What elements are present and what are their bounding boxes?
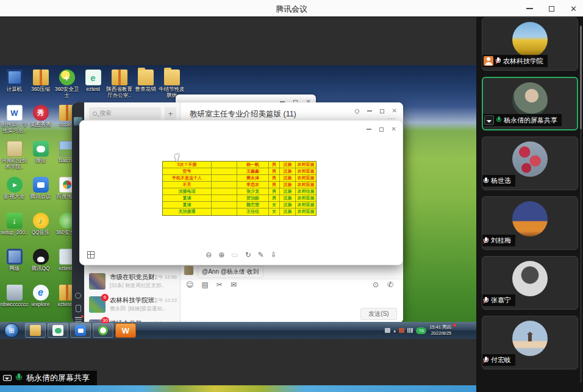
edit-icon[interactable]: ✎ bbox=[258, 250, 264, 260]
ethnicity-cell: 汉族 bbox=[280, 162, 296, 168]
actual-size-icon[interactable]: ▭ bbox=[231, 250, 238, 260]
desktop-icon-label: nbwccccccc bbox=[1, 302, 29, 308]
desktop-icon[interactable]: 美图秀秀 bbox=[27, 104, 54, 140]
ethnicity-cell: 汉族 bbox=[280, 208, 296, 215]
desktop-icon[interactable]: 附件10：学生实习名.. bbox=[1, 104, 27, 140]
rotate-icon[interactable]: ↻ bbox=[245, 250, 251, 260]
sidebar-scrollbar[interactable] bbox=[580, 26, 582, 383]
add-chat-button[interactable]: + bbox=[165, 107, 176, 119]
shared-desktop: 计算机 360压缩 360安全卫士 eztest bbox=[0, 65, 476, 339]
desktop-icon-art bbox=[7, 213, 23, 229]
search-input[interactable]: 搜索 bbox=[89, 107, 161, 119]
browser-taskbar-button[interactable] bbox=[93, 323, 113, 338]
desktop-icon[interactable]: 河南职业技术学院.. bbox=[1, 140, 27, 176]
screenshot-icon[interactable]: ✂ bbox=[216, 281, 223, 288]
folder-icon[interactable]: ▤ bbox=[202, 281, 209, 288]
blank-cell bbox=[212, 208, 237, 215]
maximize-button[interactable] bbox=[546, 4, 557, 14]
minimize-icon bbox=[526, 8, 533, 9]
clock-time: 15:41 周四 bbox=[429, 324, 451, 330]
explorer-taskbar-button[interactable] bbox=[25, 323, 46, 338]
chat-message: @Ann @杨永倩 收到 bbox=[198, 266, 263, 278]
keyboard-tray-icon[interactable] bbox=[385, 328, 390, 333]
close-icon[interactable]: ✕ bbox=[392, 126, 396, 132]
desktop-icon[interactable]: iexplore bbox=[27, 283, 54, 319]
taskbar-clock[interactable]: 15:41 周四 2022/8/25 bbox=[429, 324, 451, 337]
desktop-icon-label: QQ音乐 bbox=[27, 230, 55, 236]
participant-tile[interactable]: 杨永倩的屏幕共享 bbox=[482, 77, 578, 130]
desktop-icon[interactable]: 360安全卫士 bbox=[54, 68, 80, 102]
download-icon[interactable]: ⇩ bbox=[271, 250, 277, 260]
meeting-taskbar-button[interactable] bbox=[70, 323, 91, 338]
emoji-icon[interactable]: ☺ bbox=[186, 281, 194, 288]
chat-item-preview: 樊永田: [链接]疫苗通知.. bbox=[110, 305, 173, 313]
desktop-icon-art bbox=[7, 285, 23, 301]
gender-cell: 男 bbox=[269, 182, 280, 188]
desktop-icon[interactable]: 腾讯QQ bbox=[27, 248, 54, 283]
desktop-icon[interactable]: setup_200.. bbox=[1, 212, 27, 248]
status-cell: 无法接通 bbox=[163, 208, 212, 215]
desktop-icon[interactable]: nbwccccccc bbox=[1, 283, 27, 319]
participant-name: 刘桂梅 bbox=[491, 236, 511, 245]
chat-list-item[interactable]: 市级在职党员财.. 下午 12:56 [32条] 财政局社区支部.. bbox=[84, 270, 181, 293]
gender-cell: 男 bbox=[269, 188, 280, 194]
desktop-icon[interactable]: 陕西省教育厅办公室.. bbox=[106, 68, 132, 102]
participant-tile[interactable]: 杨世选 bbox=[482, 137, 578, 190]
battery-indicator[interactable]: 74 bbox=[416, 327, 426, 334]
name-cell: 樊永泽 bbox=[237, 175, 269, 181]
participant-tile[interactable]: 张嘉宁 bbox=[482, 256, 578, 310]
network-tray-icon[interactable] bbox=[407, 328, 413, 333]
participant-tile[interactable]: 农林科技学院 bbox=[482, 17, 578, 71]
desktop-icon-label: 360安全卫士 bbox=[53, 87, 81, 99]
minimize-button[interactable] bbox=[524, 5, 535, 12]
desktop-icon-art bbox=[59, 69, 75, 85]
desktop-icon[interactable]: 影视大全 bbox=[1, 176, 27, 212]
chat-item-time: 下午 12:56 bbox=[154, 274, 177, 280]
desktop-icon[interactable]: 腾讯会议 bbox=[27, 176, 54, 212]
maximize-icon[interactable] bbox=[379, 127, 384, 132]
ethnicity-cell: 汉族 bbox=[280, 195, 296, 201]
wechat-icon bbox=[52, 325, 63, 336]
minimize-icon[interactable] bbox=[367, 110, 372, 112]
wechat-taskbar-button[interactable] bbox=[48, 323, 68, 338]
wps-taskbar-button[interactable]: W bbox=[115, 323, 136, 338]
minimize-icon[interactable] bbox=[367, 129, 371, 130]
send-button[interactable]: 发送(S) bbox=[360, 308, 397, 320]
desktop-icon[interactable]: 360压缩 bbox=[27, 68, 54, 102]
video-call-icon[interactable]: ⊙ bbox=[373, 281, 379, 288]
ethnicity-cell: 汉族 bbox=[280, 168, 296, 174]
participant-tile[interactable]: 刘桂梅 bbox=[482, 196, 578, 250]
pin-icon[interactable] bbox=[354, 108, 360, 114]
category-cell: 农村应届 bbox=[296, 182, 316, 188]
gender-cell: 男 bbox=[269, 162, 280, 168]
desktop-icon[interactable]: 微信 bbox=[27, 140, 54, 176]
gallery-icon[interactable] bbox=[87, 251, 95, 258]
desktop-icon[interactable]: eztest bbox=[80, 68, 106, 102]
status-cell: 不关 bbox=[163, 182, 212, 188]
participant-name: 张嘉宁 bbox=[491, 296, 511, 305]
phone-icon[interactable] bbox=[76, 305, 81, 312]
zoom-in-icon[interactable]: ⊕ bbox=[218, 250, 224, 260]
chat-list-item[interactable]: 6 农林科技学院班.. 下午 12:23 樊永田: [链接]疫苗通知.. bbox=[84, 293, 181, 316]
desktop-icon[interactable]: 网络 bbox=[1, 248, 27, 283]
start-button[interactable]: ⊞ bbox=[4, 323, 19, 338]
security-tray-icon[interactable] bbox=[399, 328, 404, 333]
desktop-icon[interactable]: 计算机 bbox=[1, 68, 27, 102]
zoom-out-icon[interactable]: ⊖ bbox=[206, 250, 212, 260]
desktop-icon[interactable]: QQ音乐 bbox=[27, 212, 54, 248]
participant-tile[interactable]: 付宏岐 bbox=[482, 316, 578, 369]
chat-history-icon[interactable]: ✉ bbox=[231, 281, 237, 288]
maximize-icon[interactable] bbox=[380, 109, 384, 113]
voice-call-icon[interactable]: ✆ bbox=[387, 281, 393, 288]
status-cell: 3次？不接 bbox=[163, 162, 212, 168]
table-row: 3次？不接 杨一帆 男 汉族 农村应届 bbox=[163, 162, 316, 168]
close-button[interactable]: ✕ bbox=[568, 2, 579, 15]
moments-icon[interactable] bbox=[75, 293, 81, 299]
name-cell: 魏艺莹 bbox=[237, 202, 269, 208]
desktop-icon[interactable]: 普查花销 bbox=[132, 68, 159, 102]
tray-expand-icon[interactable]: ▴ bbox=[393, 328, 396, 333]
viewer-toolbar: ⊖ ⊕ ▭ ↻ ✎ ⇩ bbox=[80, 250, 402, 261]
close-icon[interactable]: ✕ bbox=[392, 108, 397, 114]
ethnicity-cell: 汉族 bbox=[280, 202, 296, 208]
desktop-icon-label: 计算机 bbox=[1, 87, 29, 93]
